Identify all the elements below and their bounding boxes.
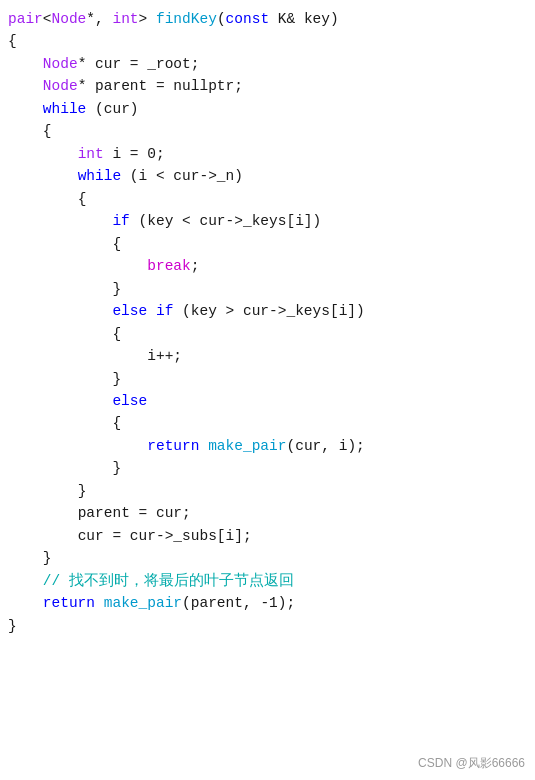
code-token: (cur)	[86, 98, 138, 120]
code-token	[199, 435, 208, 457]
code-line: while (i < cur->_n)	[0, 165, 535, 187]
code-token: K& key)	[269, 8, 339, 30]
code-token: * parent = nullptr;	[78, 75, 243, 97]
code-token: // 找不到时，将最后的叶子节点返回	[43, 570, 294, 592]
code-line: }	[0, 547, 535, 569]
code-line: if (key < cur->_keys[i])	[0, 210, 535, 232]
code-line: }	[0, 480, 535, 502]
code-line: i++;	[0, 345, 535, 367]
code-token: findKey	[156, 8, 217, 30]
code-token: Node	[52, 8, 87, 30]
indent-space	[8, 547, 43, 569]
code-content: pair<Node*, int> findKey(const K& key){ …	[0, 8, 535, 637]
code-line: {	[0, 120, 535, 142]
code-token: (parent, -1);	[182, 592, 295, 614]
code-line: while (cur)	[0, 98, 535, 120]
indent-space	[8, 210, 112, 232]
code-token: int	[112, 8, 138, 30]
code-token: {	[112, 233, 121, 255]
indent-space	[8, 98, 43, 120]
indent-space	[8, 480, 78, 502]
code-token: make_pair	[208, 435, 286, 457]
indent-space	[8, 165, 78, 187]
code-token: * cur = _root;	[78, 53, 200, 75]
code-token: return	[43, 592, 95, 614]
indent-space	[8, 188, 78, 210]
indent-space	[8, 143, 78, 165]
code-token: *,	[86, 8, 112, 30]
code-line: else if (key > cur->_keys[i])	[0, 300, 535, 322]
indent-space	[8, 233, 112, 255]
code-token: {	[112, 323, 121, 345]
indent-space	[8, 323, 112, 345]
code-token: }	[8, 615, 17, 637]
code-line: int i = 0;	[0, 143, 535, 165]
code-token: }	[78, 480, 87, 502]
indent-space	[8, 390, 112, 412]
code-token: while	[78, 165, 122, 187]
code-token: }	[112, 278, 121, 300]
code-token: ;	[191, 255, 200, 277]
indent-space	[8, 368, 112, 390]
code-token: else	[112, 390, 147, 412]
indent-space	[8, 525, 78, 547]
indent-space	[8, 592, 43, 614]
code-line: }	[0, 278, 535, 300]
code-token: <	[43, 8, 52, 30]
code-token: if	[112, 210, 129, 232]
code-token: int	[78, 143, 104, 165]
code-token: }	[112, 457, 121, 479]
indent-space	[8, 53, 43, 75]
code-token: {	[43, 120, 52, 142]
indent-space	[8, 300, 112, 322]
code-token: }	[43, 547, 52, 569]
code-line: }	[0, 457, 535, 479]
code-line: // 找不到时，将最后的叶子节点返回	[0, 570, 535, 592]
code-line: return make_pair(cur, i);	[0, 435, 535, 457]
code-token: break	[147, 255, 191, 277]
code-token: (cur, i);	[286, 435, 364, 457]
code-token: {	[8, 30, 17, 52]
code-line: pair<Node*, int> findKey(const K& key)	[0, 8, 535, 30]
code-token: {	[78, 188, 87, 210]
code-line: Node* cur = _root;	[0, 53, 535, 75]
code-line: cur = cur->_subs[i];	[0, 525, 535, 547]
indent-space	[8, 412, 112, 434]
indent-space	[8, 278, 112, 300]
code-token: (	[217, 8, 226, 30]
code-line: {	[0, 30, 535, 52]
code-line: {	[0, 188, 535, 210]
indent-space	[8, 75, 43, 97]
code-token: return	[147, 435, 199, 457]
code-line: break;	[0, 255, 535, 277]
code-token: while	[43, 98, 87, 120]
indent-space	[8, 570, 43, 592]
code-token: const	[226, 8, 270, 30]
code-token: Node	[43, 53, 78, 75]
code-line: {	[0, 233, 535, 255]
code-token	[95, 592, 104, 614]
code-token: {	[112, 412, 121, 434]
code-token: make_pair	[104, 592, 182, 614]
code-token: Node	[43, 75, 78, 97]
code-line: else	[0, 390, 535, 412]
indent-space	[8, 502, 78, 524]
code-token: (key > cur->_keys[i])	[173, 300, 364, 322]
code-token: parent = cur;	[78, 502, 191, 524]
indent-space	[8, 120, 43, 142]
indent-space	[8, 345, 147, 367]
code-token: cur = cur->_subs[i];	[78, 525, 252, 547]
code-token: pair	[8, 8, 43, 30]
code-token: else if	[112, 300, 173, 322]
indent-space	[8, 255, 147, 277]
code-line: {	[0, 323, 535, 345]
code-editor: pair<Node*, int> findKey(const K& key){ …	[0, 0, 535, 780]
code-token: >	[139, 8, 156, 30]
code-line: }	[0, 368, 535, 390]
code-token: (i < cur->_n)	[121, 165, 243, 187]
code-line: }	[0, 615, 535, 637]
code-line: parent = cur;	[0, 502, 535, 524]
code-token: }	[112, 368, 121, 390]
code-token: i = 0;	[104, 143, 165, 165]
indent-space	[8, 435, 147, 457]
